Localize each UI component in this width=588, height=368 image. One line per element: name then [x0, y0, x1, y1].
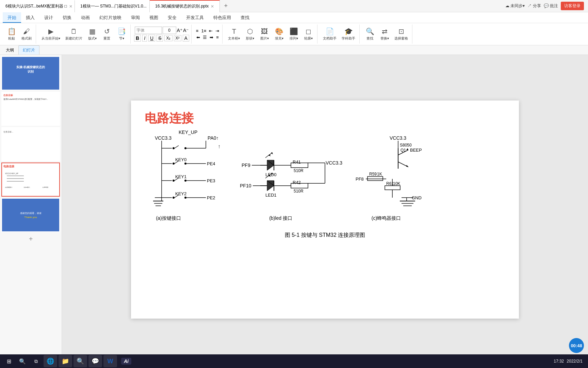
led0-label: LED0 — [265, 172, 277, 177]
slide-title: 电路连接 — [145, 110, 194, 127]
svg-marker-53 — [267, 181, 274, 191]
strikethrough-button[interactable]: S — [157, 35, 163, 42]
vcc33-mid-label: VCC3.3 — [326, 160, 342, 166]
key2-label: KEY2 — [175, 191, 186, 196]
caption-b: (b)led 接口 — [269, 215, 292, 221]
taskbar-explorer-button[interactable]: 📁 — [59, 355, 72, 367]
view-tab-slides[interactable]: 幻灯片 — [18, 45, 39, 55]
taskbar-word-button[interactable]: W — [103, 355, 117, 367]
ribbon-tab-insert[interactable]: 插入 — [21, 12, 39, 23]
ribbon-tab-special[interactable]: 特色应用 — [209, 12, 236, 23]
slide-thumb-2[interactable]: 任务目标 使用CubeMX对STM32进行配置，实现按下KEY... — [1, 92, 60, 126]
ribbon-tab-security[interactable]: 安全 — [163, 12, 181, 23]
underline-button[interactable]: U — [148, 35, 155, 42]
canvas-area[interactable]: 电路连接 VCC3.3 KEY_UP PA0↑ — [62, 55, 588, 364]
justify-button[interactable]: ≡ — [215, 34, 220, 40]
vcc33-left-label: VCC3.3 — [155, 135, 172, 141]
task-view-button[interactable]: ⧉ — [30, 355, 42, 367]
ribbon-tab-start[interactable]: 开始 — [3, 12, 21, 23]
tab-3[interactable]: 16.3机械按键状态的识别.pptx ✕ — [150, 0, 220, 12]
ai-button[interactable]: Ai — [121, 358, 131, 365]
taskbar-edge-button[interactable]: 🌐 — [44, 355, 57, 367]
slide-thumb-4[interactable]: 电路连接 VCC3.3 KEY_UP (a)按键接口 (b)led接口 (c)蜂… — [1, 163, 60, 197]
svg-point-16 — [173, 163, 175, 165]
r59-val-label: 1K — [377, 172, 382, 177]
format-brush-button[interactable]: 🖌 格式刷 — [19, 25, 34, 43]
slide-thumb-5[interactable]: 感谢您的观看，谢谢 Thank you — [1, 198, 60, 232]
arrange-icon: ⬛ — [290, 27, 298, 35]
ribbon-tab-transition[interactable]: 切换 — [58, 12, 76, 23]
svg-marker-65 — [406, 165, 408, 167]
find-button[interactable]: 🔍 查找 — [363, 25, 377, 43]
tab-close-1[interactable]: ✕ — [69, 4, 72, 9]
picture-button[interactable]: 🖼 图片▾ — [258, 25, 271, 43]
taskbar-wechat-button[interactable]: 💬 — [88, 355, 102, 367]
arrange-button[interactable]: ⬛ 排列▾ — [287, 25, 300, 43]
select-window-button[interactable]: ⊡ 选择窗格 — [392, 25, 410, 43]
search-button[interactable]: 🔍 — [16, 355, 29, 367]
new-slide-button[interactable]: 🗒 新建幻灯片 — [63, 25, 84, 43]
layout-button[interactable]: ▦ 版式▾ — [85, 25, 99, 43]
tab-2[interactable]: 1模块一— STM3...门基础知识V1.0... ✕ — [75, 0, 150, 12]
add-slide-button[interactable]: + — [1, 233, 60, 244]
ribbon-tab-devtools[interactable]: 开发工具 — [181, 12, 209, 23]
reset-button[interactable]: ↺ 重置 — [100, 25, 114, 43]
indent-decrease-button[interactable]: ⇤ — [208, 28, 214, 34]
indent-increase-button[interactable]: ⇥ — [214, 28, 220, 34]
start-button[interactable]: ⊞ — [3, 355, 15, 367]
font-color-button[interactable]: A — [183, 35, 189, 42]
list-unordered-button[interactable]: ≡ — [195, 28, 200, 34]
group-tools: 📄 文档助手 🎓 学科助手 — [319, 25, 360, 44]
svg-line-10 — [175, 145, 179, 148]
q1-label: Q1 — [401, 148, 406, 153]
comment-button[interactable]: 💬 批注 — [544, 3, 558, 9]
textbox-button[interactable]: T 文本框▾ — [226, 25, 242, 43]
align-right-button[interactable]: ➡ — [209, 34, 214, 40]
italic-button[interactable]: I — [142, 35, 147, 42]
ribbon-tab-animation[interactable]: 动画 — [76, 12, 95, 23]
task-view-icon: ⧉ — [34, 358, 38, 364]
taskbar-search-app-button[interactable]: 🔍 — [74, 355, 87, 367]
align-left-button[interactable]: ⬅ — [195, 34, 201, 40]
ribbon-tab-find[interactable]: 查找 — [236, 12, 254, 23]
bold-button[interactable]: B — [134, 35, 141, 42]
doc-helper-button[interactable]: 📄 文档助手 — [321, 25, 339, 43]
from-current-button[interactable]: ▶ 从当前开始▾ — [39, 25, 62, 43]
font-size-increase[interactable]: A⁺ — [177, 28, 182, 33]
view-tab-outline[interactable]: 大纲 — [1, 45, 18, 55]
font-size-decrease[interactable]: A⁻ — [183, 28, 189, 33]
ribbon-tab-slideshow[interactable]: 幻灯片放映 — [95, 12, 126, 23]
tab-1[interactable]: 6模块六认识ST...beMX配置利器 □ ✕ — [0, 0, 75, 12]
led1-label: LED1 — [265, 193, 277, 198]
align-center-button[interactable]: ☰ — [202, 34, 208, 40]
ribbon-tab-review[interactable]: 审阅 — [126, 12, 145, 23]
paste-button[interactable]: 📋 粘贴 — [5, 25, 18, 43]
share-button[interactable]: ↗ 分享 — [527, 3, 541, 9]
list-ordered-button[interactable]: 1≡ — [200, 28, 207, 34]
subscript-button[interactable]: X₂ — [164, 35, 172, 41]
fill-button[interactable]: 🎨 填充▾ — [272, 25, 286, 43]
replace-button[interactable]: ⇄ 替换▾ — [378, 25, 391, 43]
subject-helper-button[interactable]: 🎓 学科助手 — [340, 25, 357, 43]
svg-rect-68 — [385, 186, 400, 190]
ribbon-tab-bar: 开始 插入 设计 切换 动画 幻灯片放映 审阅 视图 安全 开发工具 特色应用 … — [0, 12, 588, 23]
shape-button[interactable]: ⬡ 形状▾ — [243, 25, 257, 43]
main-area: 实操:机械按键状态的识别 任务目标 使用CubeMX对STM32进行配置，实现按… — [0, 55, 588, 364]
layout-icon: ▦ — [89, 27, 96, 35]
svg-text:(c)蜂鸣器: (c)蜂鸣器 — [43, 186, 48, 188]
tab-close-3[interactable]: ✕ — [211, 4, 214, 9]
slide-thumb-1[interactable]: 实操:机械按键状态的识别 — [1, 56, 60, 90]
font-size-input[interactable] — [163, 27, 176, 34]
ribbon-tab-design[interactable]: 设计 — [39, 12, 58, 23]
font-name-input[interactable] — [135, 27, 162, 34]
section-button[interactable]: 📑 节▾ — [115, 25, 128, 43]
outline-button[interactable]: ◻ 轮廓▾ — [301, 25, 315, 43]
key1-label: KEY1 — [175, 174, 186, 179]
visit-login-button[interactable]: 访客登录 — [561, 2, 584, 10]
r42-val-label: 510R — [294, 189, 304, 194]
superscript-button[interactable]: X² — [174, 35, 181, 41]
ribbon-content: 📋 粘贴 🖌 格式刷 ▶ 从当前开始▾ 🗒 新建幻灯片 ▦ 版式▾ — [0, 23, 588, 45]
slide-thumb-3[interactable]: 任务目标... — [1, 127, 60, 161]
ribbon-tab-view[interactable]: 视图 — [145, 12, 163, 23]
add-tab-button[interactable]: + — [220, 2, 232, 10]
